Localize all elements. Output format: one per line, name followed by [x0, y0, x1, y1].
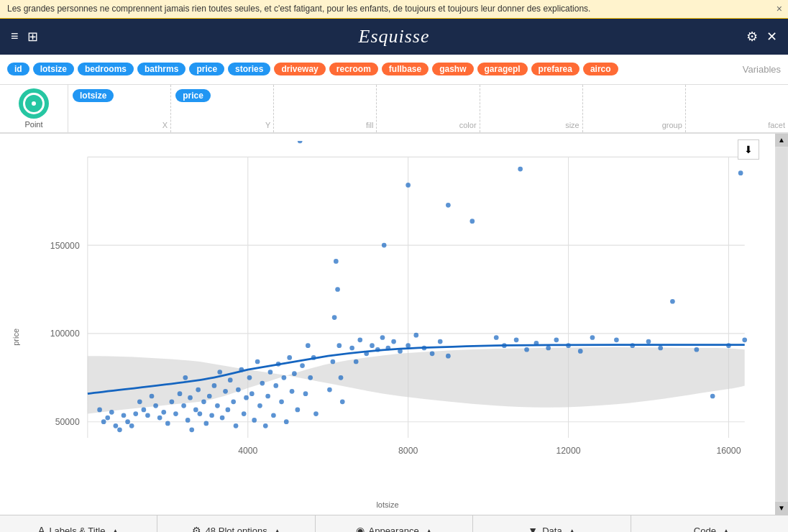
footer-tab-1[interactable]: ⚙48 Plot options▲	[157, 515, 315, 532]
svg-point-50	[215, 403, 220, 408]
variable-tag-bathrms[interactable]: bathrms	[137, 63, 185, 75]
svg-point-79	[292, 371, 297, 376]
mapping-field-y[interactable]: priceY	[171, 85, 274, 132]
svg-point-107	[413, 333, 418, 338]
tab-icon-1: ⚙	[192, 525, 201, 532]
variable-tag-airco[interactable]: airco	[583, 63, 618, 75]
svg-point-51	[217, 370, 222, 375]
tab-label-4: Code	[694, 526, 716, 532]
banner-text: Les grandes personnes ne comprennent jam…	[7, 4, 590, 14]
variable-tag-lotsize[interactable]: lotsize	[33, 63, 74, 75]
svg-point-117	[502, 343, 507, 348]
svg-point-42	[193, 407, 198, 412]
scroll-down-button[interactable]: ▼	[775, 502, 788, 515]
svg-point-91	[336, 343, 342, 348]
svg-point-26	[137, 399, 142, 404]
scrollbar-right[interactable]: ▲ ▼	[775, 134, 788, 515]
svg-point-44	[198, 411, 203, 416]
menu-icon[interactable]: ≡	[11, 29, 19, 45]
svg-point-116	[494, 335, 499, 340]
close-icon[interactable]: ✕	[766, 29, 777, 45]
svg-point-73	[276, 362, 281, 367]
chart-svg: 50000 100000 150000 4000 8000 12000 1600…	[40, 141, 761, 486]
footer-tab-4[interactable]: Code▲	[631, 515, 788, 532]
svg-text:50000: 50000	[55, 417, 80, 427]
banner-close-button[interactable]: ×	[776, 2, 782, 17]
variable-tag-price[interactable]: price	[189, 63, 224, 75]
svg-point-57	[234, 423, 239, 428]
svg-text:4000: 4000	[238, 446, 257, 456]
svg-point-122	[554, 337, 559, 342]
svg-point-54	[226, 407, 231, 412]
grid-icon[interactable]: ⊞	[27, 29, 38, 45]
svg-point-59	[239, 367, 244, 372]
svg-point-69	[265, 393, 270, 398]
svg-point-104	[391, 339, 396, 344]
svg-point-21	[117, 427, 122, 432]
scroll-up-button[interactable]: ▲	[775, 134, 788, 147]
svg-point-82	[300, 363, 305, 368]
settings-icon[interactable]: ⚙	[746, 29, 758, 45]
svg-point-100	[370, 343, 375, 348]
variable-tag-id[interactable]: id	[7, 63, 29, 75]
chart-type-cell[interactable]: Point	[0, 85, 68, 132]
app-header: ≡ ⊞ Esquisse ⚙ ✕	[0, 19, 788, 55]
mapping-field-label-2: fill	[366, 121, 373, 129]
main-content: ⬇ price lotsize 50000 100000 150000 4000…	[0, 134, 788, 515]
variable-tag-fullbase[interactable]: fullbase	[382, 63, 429, 75]
mapping-row: Point lotsizeXpriceYfillcolorsizegroupfa…	[0, 85, 788, 134]
mapping-field-fill[interactable]: fill	[274, 85, 377, 132]
variable-tag-prefarea[interactable]: prefarea	[531, 63, 579, 75]
svg-point-127	[614, 337, 619, 342]
svg-point-22	[122, 413, 127, 418]
variable-tag-bedrooms[interactable]: bedrooms	[78, 63, 134, 75]
footer-tab-0[interactable]: ALabels & Title▲	[0, 515, 157, 532]
svg-point-105	[398, 349, 403, 354]
mapping-field-group[interactable]: group	[583, 85, 686, 132]
info-banner: Les grandes personnes ne comprennent jam…	[0, 0, 788, 19]
mapping-field-facet[interactable]: facet	[686, 85, 788, 132]
svg-text:8000: 8000	[398, 446, 418, 456]
mapping-field-size[interactable]: size	[480, 85, 583, 132]
svg-point-84	[306, 343, 311, 348]
svg-point-77	[287, 355, 292, 360]
footer-tab-2[interactable]: ◉Appearance▲	[316, 515, 473, 532]
variable-tag-stories[interactable]: stories	[228, 63, 270, 75]
variable-tag-recroom[interactable]: recroom	[329, 63, 378, 75]
svg-point-101	[375, 347, 380, 352]
svg-point-71	[271, 413, 276, 418]
svg-point-109	[430, 351, 435, 356]
svg-point-36	[178, 391, 183, 396]
svg-point-18	[105, 416, 110, 421]
svg-point-110	[438, 339, 443, 344]
svg-point-60	[242, 411, 247, 416]
svg-point-88	[334, 259, 339, 264]
svg-point-95	[340, 399, 345, 404]
plot-area: ⬇ price lotsize 50000 100000 150000 4000…	[0, 134, 775, 515]
svg-point-70	[268, 370, 273, 375]
svg-point-93	[339, 375, 344, 380]
mapping-tag-lotsize: lotsize	[73, 89, 114, 102]
svg-point-106	[406, 343, 411, 348]
svg-point-52	[220, 416, 225, 421]
svg-point-27	[142, 407, 147, 412]
svg-point-31	[157, 416, 162, 421]
svg-point-98	[357, 337, 362, 342]
variable-tag-driveway[interactable]: driveway	[274, 63, 325, 75]
svg-point-129	[646, 339, 651, 344]
svg-point-43	[196, 387, 201, 392]
svg-point-103	[385, 345, 390, 350]
variables-row: idlotsizebedroomsbathrmspricestoriesdriv…	[0, 55, 788, 85]
svg-point-34	[170, 399, 175, 404]
variable-tag-garagepl[interactable]: garagepl	[477, 63, 528, 75]
svg-point-30	[153, 403, 158, 408]
footer-tab-3[interactable]: ▼Data▲	[473, 515, 631, 532]
tab-arrow-1: ▲	[274, 527, 281, 532]
mapping-field-color[interactable]: color	[377, 85, 480, 132]
svg-point-99	[364, 351, 369, 356]
download-button[interactable]: ⬇	[738, 139, 759, 160]
mapping-tag-price: price	[175, 89, 211, 102]
svg-text:12000: 12000	[556, 446, 581, 456]
variable-tag-gashw[interactable]: gashw	[432, 63, 473, 75]
mapping-field-x[interactable]: lotsizeX	[68, 85, 171, 132]
